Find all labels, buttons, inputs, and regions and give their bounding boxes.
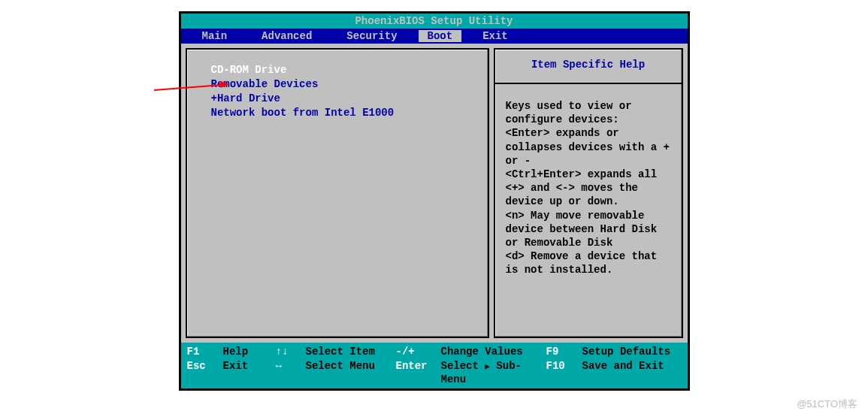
label-exit: Exit	[223, 359, 276, 386]
menu-boot[interactable]: Boot	[419, 30, 462, 42]
boot-order-panel: CD-ROM Drive Removable Devices +Hard Dri…	[186, 48, 489, 338]
watermark: @51CTO博客	[797, 397, 857, 402]
arrows-updown-icon: ↑↓	[276, 345, 306, 358]
key-f10: F10	[546, 359, 582, 386]
label-select-submenu: Select ▶ Sub-Menu	[441, 359, 546, 386]
annotation-arrow-icon	[154, 81, 229, 96]
menu-bar[interactable]: Main Advanced Security Boot Exit	[181, 29, 688, 44]
title-text: PhoenixBIOS Setup Utility	[355, 15, 513, 27]
help-text: Keys used to view or configure devices: …	[506, 99, 671, 276]
boot-item-hard-drive[interactable]: +Hard Drive	[205, 92, 470, 106]
title-bar: PhoenixBIOS Setup Utility	[181, 14, 688, 29]
help-panel: Item Specific Help Keys used to view or …	[494, 48, 683, 338]
footer-bar: F1 Help ↑↓ Select Item -/+ Change Values…	[181, 343, 688, 388]
arrows-leftright-icon: ↔	[276, 359, 306, 386]
menu-advanced[interactable]: Advanced	[248, 30, 325, 42]
menu-exit[interactable]: Exit	[469, 30, 522, 42]
help-title: Item Specific Help	[495, 56, 682, 84]
label-change-values: Change Values	[441, 345, 546, 358]
key-plusminus: -/+	[396, 345, 441, 358]
label-select-menu: Select Menu	[306, 359, 396, 386]
label-help: Help	[223, 345, 276, 358]
bios-window: PhoenixBIOS Setup Utility Main Advanced …	[179, 11, 690, 391]
key-esc: Esc	[187, 359, 223, 386]
key-f1: F1	[187, 345, 223, 358]
footer-row-2: Esc Exit ↔ Select Menu Enter Select ▶ Su…	[187, 359, 682, 386]
menu-security[interactable]: Security	[333, 30, 410, 42]
boot-item-network[interactable]: Network boot from Intel E1000	[205, 106, 470, 120]
boot-item-cdrom[interactable]: CD-ROM Drive	[205, 63, 470, 77]
content-area: CD-ROM Drive Removable Devices +Hard Dri…	[181, 44, 688, 343]
menu-main[interactable]: Main	[189, 30, 241, 42]
key-enter: Enter	[396, 359, 441, 386]
svg-marker-1	[220, 81, 229, 88]
label-setup-defaults: Setup Defaults	[582, 345, 671, 358]
label-select-item: Select Item	[306, 345, 396, 358]
label-save-exit: Save and Exit	[582, 359, 664, 386]
key-f9: F9	[546, 345, 582, 358]
boot-item-removable[interactable]: Removable Devices	[205, 77, 470, 92]
footer-row-1: F1 Help ↑↓ Select Item -/+ Change Values…	[187, 345, 682, 358]
svg-line-0	[154, 85, 222, 90]
